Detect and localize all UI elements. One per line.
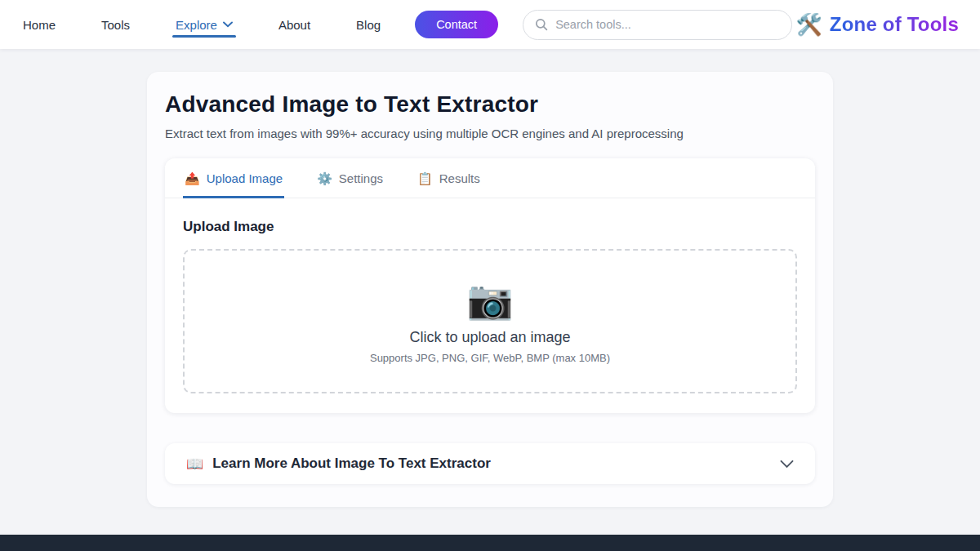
upload-tray-icon: 📤 (185, 172, 200, 184)
page-subtitle: Extract text from images with 99%+ accur… (165, 127, 815, 140)
gear-icon: ⚙️ (317, 172, 332, 184)
main-nav: Home Tools Explore About Blog (21, 0, 382, 49)
tab-upload-label: Upload Image (207, 171, 283, 185)
upload-panel-title: Upload Image (183, 219, 797, 235)
nav-about-label: About (278, 18, 310, 32)
chevron-down-icon (223, 21, 233, 28)
nav-tools-label: Tools (101, 18, 130, 32)
learn-more-title: Learn More About Image To Text Extractor (212, 455, 491, 472)
nav-item-blog[interactable]: Blog (354, 0, 382, 49)
tab-settings[interactable]: ⚙️ Settings (315, 158, 385, 198)
page-title: Advanced Image to Text Extractor (165, 91, 815, 118)
tab-bar: 📤 Upload Image ⚙️ Settings 📋 Results (165, 158, 815, 198)
main-content: Advanced Image to Text Extractor Extract… (0, 49, 980, 535)
dropzone-main-text: Click to upload an image (409, 329, 570, 346)
search-box[interactable] (523, 10, 792, 40)
upload-dropzone[interactable]: 📷 Click to upload an image Supports JPG,… (183, 249, 797, 393)
tab-results[interactable]: 📋 Results (416, 158, 482, 198)
learn-more-accordion[interactable]: 📖 Learn More About Image To Text Extract… (165, 443, 815, 484)
tool-page-card: Advanced Image to Text Extractor Extract… (147, 72, 833, 507)
nav-item-tools[interactable]: Tools (100, 0, 131, 49)
tab-results-label: Results (439, 171, 480, 185)
nav-explore-label: Explore (176, 18, 217, 32)
nav-item-home[interactable]: Home (21, 0, 57, 49)
tool-card: 📤 Upload Image ⚙️ Settings 📋 Results Upl… (165, 158, 815, 413)
contact-button[interactable]: Contact (415, 11, 498, 38)
learn-more-title-row: 📖 Learn More About Image To Text Extract… (186, 455, 491, 472)
nav-item-explore[interactable]: Explore (174, 0, 234, 49)
search-icon (535, 18, 548, 31)
nav-home-label: Home (23, 18, 56, 32)
nav-item-about[interactable]: About (277, 0, 312, 49)
hammer-wrench-icon: 🛠️ (795, 14, 822, 35)
site-logo-text: Zone of Tools (830, 13, 959, 36)
search-input[interactable] (555, 18, 780, 31)
open-book-icon: 📖 (186, 457, 203, 471)
tab-settings-label: Settings (339, 171, 383, 185)
top-navbar: Home Tools Explore About Blog Contact 🛠️… (0, 0, 980, 49)
camera-icon: 📷 (466, 278, 513, 322)
site-logo[interactable]: 🛠️ Zone of Tools (795, 13, 959, 36)
nav-blog-label: Blog (356, 18, 381, 32)
clipboard-icon: 📋 (417, 172, 433, 184)
page-footer (0, 535, 980, 551)
dropzone-sub-text: Supports JPG, PNG, GIF, WebP, BMP (max 1… (370, 352, 610, 364)
tab-upload-image[interactable]: 📤 Upload Image (183, 158, 284, 198)
chevron-down-icon (780, 460, 794, 469)
upload-panel: Upload Image 📷 Click to upload an image … (165, 198, 815, 413)
